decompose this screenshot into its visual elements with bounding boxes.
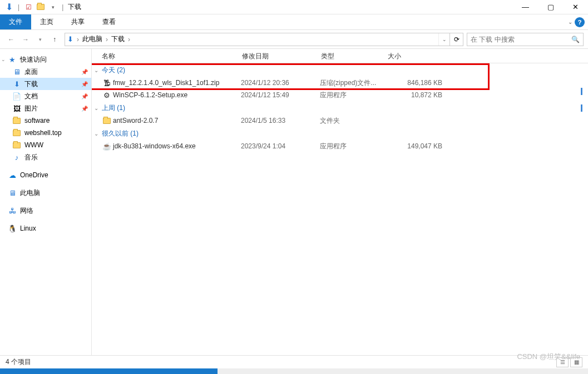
file-type: 文件夹 — [320, 116, 387, 126]
tab-home[interactable]: 主页 — [31, 14, 62, 29]
navigation-bar: ← → ▾ ↑ ⬇ › 此电脑 › 下载 › ⌄ ⟳ 🔍 — [0, 30, 588, 49]
breadcrumb-dropdown-icon[interactable]: ⌄ — [438, 33, 449, 46]
group-header-lastweek[interactable]: ⌄ 上周 (1) — [92, 101, 588, 114]
search-box[interactable]: 🔍 — [467, 33, 584, 46]
window-title: 下载 — [68, 2, 81, 12]
file-list: 名称 修改日期 类型 大小 ⌄ 今天 (2) 🗜 fmw_12.2.1.4.0_… — [92, 49, 588, 355]
file-row[interactable]: antSword-2.0.7 2024/1/5 16:33 文件夹 — [92, 114, 588, 127]
search-icon[interactable]: 🔍 — [571, 36, 580, 43]
file-row[interactable]: 🗜 fmw_12.2.1.4.0_wls_Disk1_1of1.zip 2024… — [92, 77, 588, 89]
breadcrumb[interactable]: ⬇ › 此电脑 › 下载 › ⌄ ⟳ — [65, 33, 463, 46]
file-date: 2024/1/12 15:49 — [241, 91, 320, 99]
network-icon: 🖧 — [8, 206, 17, 215]
file-date: 2024/1/12 20:36 — [241, 79, 320, 87]
nav-label: 下载 — [24, 79, 38, 89]
maximize-button[interactable]: ▢ — [538, 0, 563, 14]
chevron-down-icon: ⌄ — [94, 67, 102, 73]
breadcrumb-seg-downloads[interactable]: 下载 — [109, 34, 127, 44]
documents-icon: 📄 — [12, 92, 21, 101]
nav-software[interactable]: software — [0, 114, 91, 127]
folder-icon — [102, 116, 112, 125]
file-size: 846,186 KB — [387, 79, 453, 87]
col-header-type[interactable]: 类型 — [321, 52, 388, 61]
help-icon[interactable]: ? — [575, 17, 585, 27]
main-area: ⌄ ★ 快速访问 🖥 桌面 📌 ⬇ 下载 📌 📄 文档 📌 🖼 图片 📌 sof… — [0, 49, 588, 355]
window-controls: — ▢ ✕ — [513, 0, 588, 14]
col-header-size[interactable]: 大小 — [388, 52, 454, 61]
refresh-button[interactable]: ⟳ — [449, 33, 463, 46]
minimize-button[interactable]: — — [513, 0, 538, 14]
watermark: CSDN @坦笑&&life — [517, 352, 580, 362]
nav-quick-access[interactable]: ⌄ ★ 快速访问 — [0, 53, 91, 66]
file-type: 压缩(zipped)文件... — [320, 78, 387, 88]
group-label: 很久以前 (1) — [102, 129, 139, 138]
pin-icon: 📌 — [81, 93, 88, 99]
nav-label: 此电脑 — [20, 188, 40, 198]
search-input[interactable] — [471, 36, 571, 43]
nav-desktop[interactable]: 🖥 桌面 📌 — [0, 66, 91, 78]
close-button[interactable]: ✕ — [563, 0, 588, 14]
nav-webshell[interactable]: webshell.top — [0, 127, 91, 139]
folder-icon — [12, 128, 21, 137]
tab-file[interactable]: 文件 — [0, 14, 31, 29]
chevron-down-icon: ⌄ — [94, 131, 102, 137]
folder-icon — [12, 116, 21, 125]
recent-dropdown-icon[interactable]: ▾ — [33, 33, 47, 46]
nav-label: webshell.top — [24, 129, 62, 137]
group-header-longago[interactable]: ⌄ 很久以前 (1) — [92, 127, 588, 140]
up-button[interactable]: ↑ — [48, 33, 61, 46]
tab-share[interactable]: 共享 — [62, 14, 93, 29]
qat-dropdown-icon[interactable]: ▾ — [47, 2, 58, 13]
file-date: 2023/9/24 1:04 — [241, 142, 320, 150]
separator: | — [62, 3, 63, 11]
group-label: 上周 (1) — [102, 103, 125, 113]
group-label: 今天 (2) — [102, 66, 125, 75]
ribbon-tabs: 文件 主页 共享 查看 ⌄ ? — [0, 14, 588, 30]
nav-network[interactable]: 🖧 网络 — [0, 205, 91, 217]
nav-www[interactable]: WWW — [0, 139, 91, 151]
file-date: 2024/1/5 16:33 — [241, 117, 320, 124]
nav-this-pc[interactable]: 🖥 此电脑 — [0, 187, 91, 199]
nav-documents[interactable]: 📄 文档 📌 — [0, 90, 91, 102]
back-button[interactable]: ← — [4, 33, 18, 46]
nav-label: 图片 — [24, 104, 38, 113]
nav-onedrive[interactable]: ☁ OneDrive — [0, 169, 91, 181]
star-icon: ★ — [8, 55, 17, 64]
file-row[interactable]: ☕ jdk-8u381-windows-x64.exe 2023/9/24 1:… — [92, 140, 588, 152]
nav-downloads[interactable]: ⬇ 下载 📌 — [0, 78, 91, 90]
file-size: 10,872 KB — [387, 91, 453, 99]
music-icon: ♪ — [12, 153, 21, 162]
forward-button[interactable]: → — [19, 33, 32, 46]
nav-music[interactable]: ♪ 音乐 — [0, 151, 91, 163]
nav-label: 音乐 — [24, 153, 38, 162]
chevron-right-icon[interactable]: › — [105, 36, 109, 43]
nav-label: 桌面 — [24, 67, 38, 77]
chevron-right-icon[interactable]: › — [127, 36, 131, 43]
folder-icon — [12, 141, 21, 149]
ribbon-chevron-icon[interactable]: ⌄ — [568, 19, 572, 25]
status-bar: 4 个项目 ☰ ▦ — [0, 355, 588, 368]
onedrive-icon: ☁ — [8, 171, 17, 179]
nav-linux[interactable]: 🐧 Linux — [0, 222, 91, 235]
pictures-icon: 🖼 — [12, 104, 21, 113]
file-type: 应用程序 — [320, 142, 387, 151]
nav-pictures[interactable]: 🖼 图片 📌 — [0, 102, 91, 114]
breadcrumb-seg-thispc[interactable]: 此电脑 — [80, 34, 105, 44]
nav-label: 文档 — [24, 92, 38, 101]
progress-fill — [0, 368, 218, 374]
nav-label: 网络 — [20, 206, 33, 216]
chevron-right-icon[interactable]: › — [76, 36, 80, 43]
chevron-down-icon: ⌄ — [1, 57, 6, 62]
zip-icon: 🗜 — [102, 78, 112, 87]
col-header-date[interactable]: 修改日期 — [242, 52, 321, 61]
linux-icon: 🐧 — [8, 224, 17, 233]
progress-bar — [0, 368, 588, 374]
folder-qat-icon[interactable] — [35, 2, 46, 13]
tab-view[interactable]: 查看 — [93, 14, 125, 29]
navigation-pane: ⌄ ★ 快速访问 🖥 桌面 📌 ⬇ 下载 📌 📄 文档 📌 🖼 图片 📌 sof… — [0, 49, 92, 355]
group-header-today[interactable]: ⌄ 今天 (2) — [92, 63, 588, 77]
checkbox-icon[interactable]: ☑ — [23, 2, 34, 13]
item-count: 4 个项目 — [6, 357, 31, 367]
file-row[interactable]: ⚙ WinSCP-6.1.2-Setup.exe 2024/1/12 15:49… — [92, 89, 588, 101]
col-header-name[interactable]: 名称 — [102, 52, 242, 61]
